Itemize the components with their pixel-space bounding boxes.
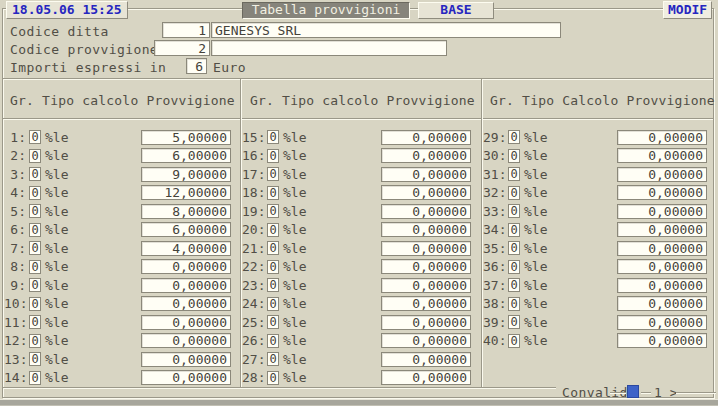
- calc-type-field[interactable]: 0: [267, 204, 279, 218]
- calc-type-field[interactable]: 0: [508, 315, 520, 329]
- commission-value-field[interactable]: 6,00000: [141, 148, 231, 163]
- tab-base[interactable]: BASE: [418, 2, 494, 19]
- calc-type-field[interactable]: 0: [267, 260, 279, 274]
- calc-type-field[interactable]: 0: [267, 241, 279, 255]
- commission-value-field[interactable]: 0,00000: [617, 204, 707, 219]
- commission-value-field[interactable]: 0,00000: [617, 333, 707, 348]
- calc-type-field[interactable]: 0: [508, 149, 520, 163]
- commission-value-field[interactable]: 0,00000: [141, 352, 231, 367]
- calc-type-field[interactable]: 0: [508, 297, 520, 311]
- commission-row: 7:0%le4,00000: [4, 239, 240, 258]
- commission-value-field[interactable]: 0,00000: [381, 241, 471, 256]
- commission-value-field[interactable]: 0,00000: [617, 130, 707, 145]
- calc-type-field[interactable]: 0: [267, 223, 279, 237]
- calc-type-field[interactable]: 0: [267, 352, 279, 366]
- commission-value-field[interactable]: 0,00000: [141, 259, 231, 274]
- commission-value-field[interactable]: 4,00000: [141, 241, 231, 256]
- calc-type-field[interactable]: 0: [29, 297, 41, 311]
- calc-type-field[interactable]: 0: [508, 167, 520, 181]
- scroll-thumb[interactable]: [627, 385, 639, 398]
- calc-type-field[interactable]: 0: [29, 241, 41, 255]
- commission-value-field[interactable]: 0,00000: [381, 222, 471, 237]
- calc-type-field[interactable]: 0: [267, 334, 279, 348]
- commission-value-field[interactable]: 0,00000: [141, 315, 231, 330]
- calc-type-field[interactable]: 0: [29, 371, 41, 385]
- commission-value-field[interactable]: 6,00000: [141, 222, 231, 237]
- row-number-label: 1:: [4, 130, 26, 145]
- commission-row: 30:0%le0,00000: [483, 147, 716, 166]
- calc-type-field[interactable]: 0: [267, 278, 279, 292]
- commission-value-field[interactable]: 0,00000: [617, 259, 707, 274]
- calc-type-field[interactable]: 0: [29, 204, 41, 218]
- commission-value-field[interactable]: 0,00000: [381, 130, 471, 145]
- commission-value-field[interactable]: 0,00000: [617, 315, 707, 330]
- calc-type-field[interactable]: 0: [267, 130, 279, 144]
- calc-type-field[interactable]: 0: [29, 334, 41, 348]
- calc-type-field[interactable]: 0: [508, 223, 520, 237]
- calc-type-field[interactable]: 0: [29, 130, 41, 144]
- commission-name-field[interactable]: [211, 40, 447, 56]
- commission-row: 25:0%le0,00000: [242, 313, 480, 332]
- commission-value-field[interactable]: 0,00000: [381, 259, 471, 274]
- calc-type-field[interactable]: 0: [508, 186, 520, 200]
- calc-unit-label: %le: [45, 204, 68, 219]
- commission-value-field[interactable]: 0,00000: [617, 167, 707, 182]
- commission-value-field[interactable]: 0,00000: [141, 296, 231, 311]
- company-code-field[interactable]: 1: [162, 22, 210, 38]
- commission-row: 19:0%le0,00000: [242, 202, 480, 221]
- calc-type-field[interactable]: 0: [267, 186, 279, 200]
- calc-type-field[interactable]: 0: [29, 315, 41, 329]
- commission-value-field[interactable]: 12,00000: [141, 185, 231, 200]
- commission-value-field[interactable]: 0,00000: [381, 333, 471, 348]
- commission-value-field[interactable]: 0,00000: [617, 296, 707, 311]
- commission-value-field[interactable]: 0,00000: [381, 370, 471, 385]
- calc-type-field[interactable]: 0: [267, 149, 279, 163]
- calc-type-field[interactable]: 0: [29, 278, 41, 292]
- calc-type-field[interactable]: 0: [267, 315, 279, 329]
- calc-type-field[interactable]: 0: [29, 149, 41, 163]
- commission-value-field[interactable]: 0,00000: [381, 185, 471, 200]
- commission-value-field[interactable]: 0,00000: [617, 148, 707, 163]
- commission-value-field[interactable]: 0,00000: [141, 333, 231, 348]
- calc-type-field[interactable]: 0: [267, 167, 279, 181]
- commission-value-field[interactable]: 5,00000: [141, 130, 231, 145]
- commission-value-field[interactable]: 0,00000: [141, 278, 231, 293]
- commission-value-field[interactable]: 0,00000: [381, 204, 471, 219]
- calc-type-field[interactable]: 0: [267, 371, 279, 385]
- calc-unit-label: %le: [283, 296, 306, 311]
- commission-value-field[interactable]: 8,00000: [141, 204, 231, 219]
- calc-type-field[interactable]: 0: [29, 186, 41, 200]
- calc-type-field[interactable]: 0: [508, 260, 520, 274]
- amounts-unit-label: Euro: [213, 60, 246, 75]
- modif-badge[interactable]: MODIF: [663, 1, 712, 19]
- commission-value-field[interactable]: 0,00000: [617, 241, 707, 256]
- calc-type-field[interactable]: 0: [508, 334, 520, 348]
- calc-unit-label: %le: [45, 333, 68, 348]
- calc-type-field[interactable]: 0: [508, 130, 520, 144]
- commission-value-field[interactable]: 0,00000: [617, 185, 707, 200]
- calc-type-field[interactable]: 0: [508, 204, 520, 218]
- page-indicator[interactable]: 1 >: [654, 385, 677, 400]
- commission-value-field[interactable]: 0,00000: [617, 222, 707, 237]
- calc-type-field[interactable]: 0: [508, 241, 520, 255]
- calc-type-field[interactable]: 0: [29, 223, 41, 237]
- calc-type-field[interactable]: 0: [29, 352, 41, 366]
- commission-value-field[interactable]: 0,00000: [381, 352, 471, 367]
- company-name-field[interactable]: GENESYS SRL: [211, 22, 561, 38]
- commission-value-field[interactable]: 0,00000: [381, 296, 471, 311]
- commission-value-field[interactable]: 0,00000: [617, 278, 707, 293]
- calc-unit-label: %le: [283, 352, 306, 367]
- commission-value-field[interactable]: 0,00000: [381, 148, 471, 163]
- commission-code-field[interactable]: 2: [154, 40, 210, 56]
- commission-value-field[interactable]: 9,00000: [141, 167, 231, 182]
- commission-value-field[interactable]: 0,00000: [381, 315, 471, 330]
- commission-value-field[interactable]: 0,00000: [381, 167, 471, 182]
- calc-type-field[interactable]: 0: [29, 260, 41, 274]
- tab-tabella-provvigioni[interactable]: Tabella provvigioni: [242, 2, 410, 19]
- calc-type-field[interactable]: 0: [29, 167, 41, 181]
- commission-value-field[interactable]: 0,00000: [141, 370, 231, 385]
- calc-type-field[interactable]: 0: [508, 278, 520, 292]
- calc-type-field[interactable]: 0: [267, 297, 279, 311]
- amounts-code-field[interactable]: 6: [186, 58, 207, 74]
- commission-value-field[interactable]: 0,00000: [381, 278, 471, 293]
